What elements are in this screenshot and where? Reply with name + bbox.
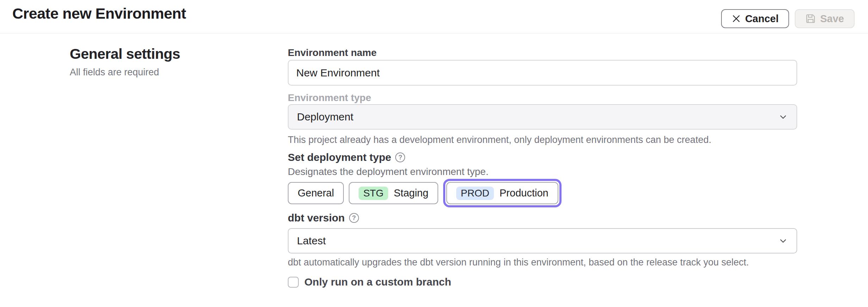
help-icon[interactable]: ? — [349, 213, 359, 223]
dbt-version-heading-label: dbt version — [288, 212, 345, 224]
page-title: Create new Environment — [12, 5, 186, 22]
dbt-version-select[interactable]: Latest — [288, 228, 797, 253]
environment-type-label: Environment type — [288, 92, 371, 104]
header-actions: Cancel Save — [721, 9, 855, 28]
close-icon — [732, 14, 741, 23]
section-subheading: All fields are required — [70, 67, 159, 78]
option-staging-label: Staging — [394, 187, 428, 199]
cancel-button[interactable]: Cancel — [721, 9, 789, 28]
deployment-type-heading-label: Set deployment type — [288, 151, 391, 163]
chevron-down-icon — [778, 112, 788, 122]
selected-option-ring: PROD Production — [443, 179, 562, 207]
custom-branch-row: Only run on a custom branch — [288, 276, 451, 288]
environment-name-input[interactable] — [288, 60, 797, 86]
save-button-label: Save — [820, 13, 844, 25]
help-icon[interactable]: ? — [395, 152, 405, 162]
deployment-type-option-production[interactable]: PROD Production — [446, 182, 558, 204]
custom-branch-checkbox[interactable] — [288, 277, 299, 288]
custom-branch-label[interactable]: Only run on a custom branch — [304, 276, 451, 288]
environment-type-value: Deployment — [297, 111, 353, 123]
create-environment-page: Create new Environment Cancel Save — [0, 0, 868, 307]
option-production-label: Production — [500, 187, 548, 199]
dbt-version-value: Latest — [297, 235, 326, 247]
environment-type-select[interactable]: Deployment — [288, 104, 797, 130]
deployment-type-heading: Set deployment type ? — [288, 151, 405, 163]
save-button[interactable]: Save — [795, 9, 855, 28]
chevron-down-icon — [778, 236, 788, 246]
environment-name-label: Environment name — [288, 47, 377, 58]
production-badge: PROD — [456, 187, 494, 200]
deployment-type-description: Designates the deployment environment ty… — [288, 166, 489, 177]
staging-badge: STG — [359, 187, 388, 200]
save-icon — [805, 13, 816, 24]
dbt-version-heading: dbt version ? — [288, 212, 359, 224]
dbt-version-helper: dbt automatically upgrades the dbt versi… — [288, 257, 749, 268]
deployment-type-option-staging[interactable]: STG Staging — [349, 182, 438, 204]
section-heading: General settings — [70, 46, 180, 62]
environment-type-helper: This project already has a development e… — [288, 134, 711, 145]
deployment-type-option-general[interactable]: General — [288, 182, 344, 204]
cancel-button-label: Cancel — [745, 13, 779, 25]
option-general-label: General — [298, 187, 334, 199]
page-header: Create new Environment Cancel Save — [0, 0, 868, 33]
deployment-type-options: General STG Staging PROD Production — [288, 179, 562, 207]
